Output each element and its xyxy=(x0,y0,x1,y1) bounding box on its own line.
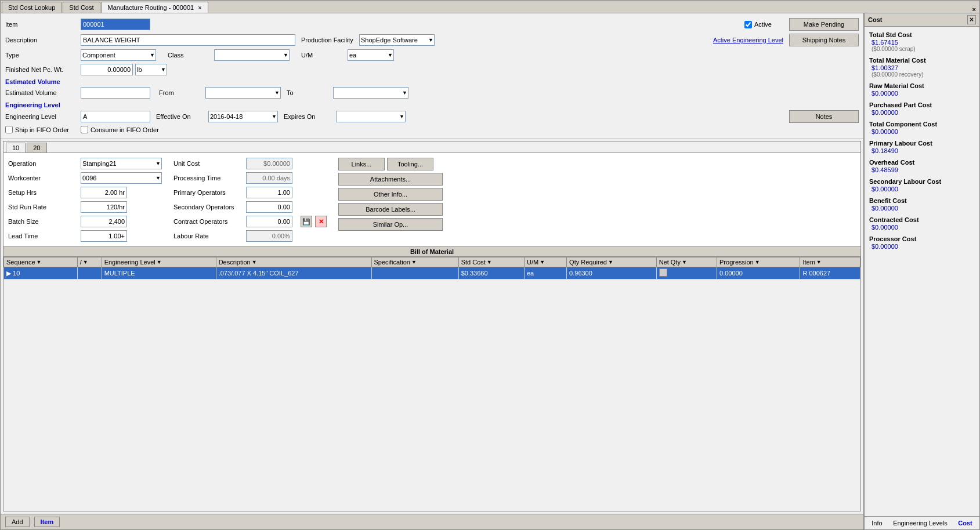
unit-cost-label: Unit Cost xyxy=(173,160,243,167)
bom-col-item[interactable]: Item▼ xyxy=(800,257,860,267)
secondary-labour-cost-value: $0.00000 xyxy=(871,186,975,193)
total-std-cost-label: Total Std Cost xyxy=(869,31,975,38)
op-tab-20[interactable]: 20 xyxy=(27,143,46,153)
type-select[interactable]: Component xyxy=(81,49,156,61)
tooling-button[interactable]: Tooling... xyxy=(387,158,433,170)
processing-time-input[interactable] xyxy=(246,172,292,184)
total-material-cost-sub: ($0.00000 recovery) xyxy=(871,71,975,78)
make-pending-button[interactable]: Make Pending xyxy=(789,18,859,31)
item-button[interactable]: Item xyxy=(34,517,60,527)
workcenter-select[interactable]: 0096 xyxy=(81,172,162,184)
active-checkbox[interactable] xyxy=(744,21,752,28)
bom-col-std-cost[interactable]: Std Cost▼ xyxy=(458,257,524,267)
contract-operators-input[interactable] xyxy=(246,216,292,227)
op-form-col3: Links... Tooling... Attachments... Other… xyxy=(338,158,443,242)
batch-size-input[interactable] xyxy=(81,216,127,227)
save-icon[interactable]: 💾 xyxy=(301,216,312,227)
cost-panel-content: Total Std Cost $1.67415 ($0.00000 scrap)… xyxy=(865,27,979,516)
std-run-rate-input[interactable] xyxy=(81,201,127,213)
op-tab-10[interactable]: 10 xyxy=(6,143,26,153)
links-button[interactable]: Links... xyxy=(338,158,385,170)
total-std-cost-value: $1.67415 xyxy=(871,39,975,46)
finished-net-pc-wt-input[interactable] xyxy=(81,64,133,75)
total-material-cost-label: Total Material Cost xyxy=(869,57,975,64)
add-button[interactable]: Add xyxy=(5,517,30,527)
from-select[interactable] xyxy=(205,87,281,99)
total-component-cost-section: Total Component Cost $0.00000 xyxy=(869,121,975,135)
shipping-notes-button[interactable]: Shipping Notes xyxy=(789,34,859,46)
bom-col-progression[interactable]: Progression▼ xyxy=(717,257,800,267)
active-checkbox-label[interactable]: Active xyxy=(744,21,772,28)
contract-operators-label: Contract Operators xyxy=(173,218,243,225)
ship-fifo-label[interactable]: Ship in FIFO Order xyxy=(5,126,69,133)
um-select-wrapper: ea ▼ xyxy=(348,49,394,61)
engineering-level-input[interactable] xyxy=(81,111,150,122)
bom-col-slash[interactable]: /▼ xyxy=(77,257,102,267)
raw-material-cost-value: $0.00000 xyxy=(871,90,975,97)
consume-fifo-checkbox[interactable] xyxy=(81,126,88,133)
bom-col-sequence[interactable]: Sequence▼ xyxy=(4,257,78,267)
overhead-cost-section: Overhead Cost $0.48599 xyxy=(869,159,975,173)
tab-std-cost-lookup[interactable]: Std Cost Lookup xyxy=(2,2,62,13)
std-run-rate-label: Std Run Rate xyxy=(8,204,78,210)
cost-panel: Cost × Total Std Cost $1.67415 ($0.00000… xyxy=(863,13,979,529)
checkbox-row: Ship in FIFO Order Consume in FIFO Order xyxy=(5,126,859,133)
bom-col-qty-required[interactable]: Qty Required▼ xyxy=(567,257,657,267)
secondary-labour-cost-section: Secondary Labour Cost $0.00000 xyxy=(869,178,975,193)
estimated-volume-input[interactable] xyxy=(81,87,150,99)
workcenter-select-wrapper: 0096 ▼ xyxy=(81,172,162,184)
links-tooling-pair: Links... Tooling... xyxy=(338,158,443,170)
bom-col-engineering-level[interactable]: Engineering Level▼ xyxy=(102,257,216,267)
row-engineering-level-cell: MULTIPLE xyxy=(102,267,216,279)
bom-col-um[interactable]: U/M▼ xyxy=(524,257,566,267)
um-label: U/M xyxy=(301,52,348,59)
estimated-volume-row: Estimated Volume From ▼ To xyxy=(5,87,859,99)
setup-hrs-label: Setup Hrs xyxy=(8,189,78,196)
labour-rate-label: Labour Rate xyxy=(173,233,243,239)
batch-size-row: Batch Size xyxy=(8,216,162,227)
panel-tab-engineering-levels[interactable]: Engineering Levels xyxy=(889,518,951,528)
lead-time-input[interactable] xyxy=(81,230,127,242)
content-area: Item Active Make Pending Description Pro… xyxy=(1,13,979,529)
class-select[interactable] xyxy=(214,49,290,61)
window-close-icon[interactable]: × xyxy=(972,6,978,13)
ship-fifo-checkbox[interactable] xyxy=(5,126,13,133)
cost-panel-close-button[interactable]: × xyxy=(967,15,976,24)
um-select[interactable]: ea xyxy=(348,49,394,61)
consume-fifo-label[interactable]: Consume in FIFO Order xyxy=(81,126,159,133)
benefit-cost-label: Benefit Cost xyxy=(869,197,975,204)
to-select-wrapper: ▼ xyxy=(333,87,408,99)
table-row[interactable]: ▶ 10 MULTIPLE .073/.077 X 4.15" COIL_627… xyxy=(4,267,860,279)
similar-op-button[interactable]: Similar Op... xyxy=(338,218,443,231)
delete-icon[interactable]: ✕ xyxy=(315,216,327,227)
labour-rate-input[interactable] xyxy=(246,230,292,242)
setup-hrs-input[interactable] xyxy=(81,187,127,198)
panel-tab-cost[interactable]: Cost xyxy=(954,518,975,528)
other-info-button[interactable]: Other Info... xyxy=(338,188,443,201)
to-select[interactable] xyxy=(333,87,408,99)
bom-col-description[interactable]: Description▼ xyxy=(216,257,371,267)
barcode-labels-button[interactable]: Barcode Labels... xyxy=(338,203,443,216)
unit-cost-input[interactable] xyxy=(246,158,292,169)
production-facility-select[interactable]: ShopEdge Software xyxy=(359,34,435,46)
panel-tab-info[interactable]: Info xyxy=(868,518,885,528)
primary-operators-input[interactable] xyxy=(246,187,292,198)
attachments-button[interactable]: Attachments... xyxy=(338,173,443,186)
bom-table-wrapper[interactable]: Sequence▼ /▼ Engineering Level▼ Descript… xyxy=(3,257,860,511)
operation-select[interactable]: Stamping21 xyxy=(81,158,162,169)
active-engineering-level-link[interactable]: Active Engineering Level xyxy=(713,37,783,43)
description-input[interactable] xyxy=(81,34,295,46)
batch-size-label: Batch Size xyxy=(8,218,78,225)
tab-std-cost[interactable]: Std Cost xyxy=(63,2,100,13)
weight-unit-select[interactable]: lb xyxy=(135,64,167,75)
tab-close-icon[interactable]: × xyxy=(198,4,201,11)
bom-col-net-qty[interactable]: Net Qty▼ xyxy=(656,257,717,267)
tab-manufacture-routing[interactable]: Manufacture Routing - 000001 × xyxy=(102,2,208,13)
bom-col-specification[interactable]: Specification▼ xyxy=(371,257,458,267)
from-label: From xyxy=(159,89,205,96)
expires-on-select[interactable] xyxy=(336,111,406,122)
notes-button[interactable]: Notes xyxy=(789,110,859,123)
effective-on-select[interactable]: 2016-04-18 xyxy=(208,111,278,122)
secondary-operators-input[interactable] xyxy=(246,201,292,213)
item-input[interactable] xyxy=(81,19,150,30)
